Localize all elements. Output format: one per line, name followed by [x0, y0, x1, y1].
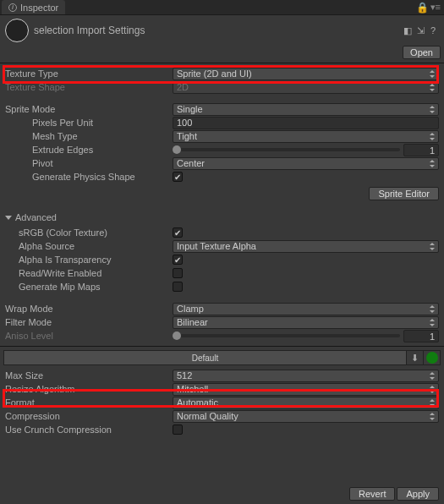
panel-menu-icon[interactable]: ▾≡	[430, 2, 441, 13]
mesh-type-row: Mesh Type Tight	[0, 129, 444, 143]
bundle-icon[interactable]: ⇲	[414, 25, 426, 36]
aniso-value: 1	[403, 330, 439, 342]
revert-button[interactable]: Revert	[349, 487, 395, 501]
format-label: Format	[5, 397, 173, 408]
srgb-label: sRGB (Color Texture)	[19, 227, 173, 238]
wrap-mode-row: Wrap Mode Clamp	[0, 302, 444, 315]
resize-alg-label: Resize Algorithm	[5, 384, 173, 394]
sprite-mode-dropdown[interactable]: Single	[173, 103, 439, 116]
texture-shape-dropdown: 2D	[173, 81, 439, 94]
wrap-mode-label: Wrap Mode	[5, 304, 173, 314]
compression-dropdown[interactable]: Normal Quality	[173, 410, 439, 423]
filter-mode-row: Filter Mode Bilinear	[0, 315, 444, 329]
gen-physics-checkbox[interactable]: ✔	[173, 172, 183, 182]
tab-bar: i Inspector 🔒 ▾≡	[0, 0, 444, 15]
texture-shape-row: Texture Shape 2D	[0, 80, 444, 94]
resize-alg-dropdown[interactable]: Mitchell	[173, 383, 439, 396]
mesh-type-dropdown[interactable]: Tight	[173, 130, 439, 143]
readwrite-checkbox[interactable]	[173, 268, 183, 278]
slider-thumb	[173, 331, 181, 340]
chevron-down-icon	[5, 216, 12, 220]
wrap-mode-dropdown[interactable]: Clamp	[173, 303, 439, 315]
advanced-label: Advanced	[15, 212, 57, 222]
format-dropdown[interactable]: Automatic	[173, 397, 439, 409]
srgb-row: sRGB (Color Texture) ✔	[0, 226, 444, 239]
pivot-label: Pivot	[32, 158, 173, 168]
platform-tabs: Default ⬇	[3, 350, 441, 365]
crunch-checkbox[interactable]	[173, 425, 183, 435]
asset-thumbnail-icon	[5, 19, 29, 42]
download-icon[interactable]: ⬇	[407, 350, 424, 365]
info-icon: i	[8, 3, 17, 12]
alpha-trans-checkbox[interactable]: ✔	[173, 255, 183, 265]
compression-row: Compression Normal Quality	[0, 409, 444, 423]
genmips-label: Generate Mip Maps	[19, 282, 173, 292]
genmips-checkbox[interactable]	[173, 282, 183, 292]
readwrite-label: Read/Write Enabled	[19, 268, 173, 278]
alpha-trans-row: Alpha Is Transparency ✔	[0, 253, 444, 266]
divider	[0, 346, 444, 347]
extrude-edges-label: Extrude Edges	[32, 145, 173, 155]
texture-shape-label: Texture Shape	[5, 82, 173, 92]
srgb-checkbox[interactable]: ✔	[173, 227, 183, 238]
slider-thumb[interactable]	[173, 145, 181, 154]
max-size-row: Max Size 512	[0, 369, 444, 382]
genmips-row: Generate Mip Maps	[0, 280, 444, 293]
max-size-label: Max Size	[5, 370, 173, 381]
extrude-edges-slider[interactable]	[173, 148, 400, 151]
inspector-tab[interactable]: i Inspector	[2, 0, 65, 14]
alpha-source-label: Alpha Source	[19, 241, 173, 251]
mesh-type-label: Mesh Type	[32, 131, 173, 141]
open-button[interactable]: Open	[403, 46, 441, 59]
gen-physics-label: Generate Physics Shape	[32, 172, 173, 182]
footer-buttons: Revert Apply	[349, 487, 439, 501]
sprite-mode-row: Sprite Mode Single	[0, 102, 444, 116]
extrude-edges-value[interactable]: 1	[403, 144, 439, 156]
aniso-row: Aniso Level 1	[0, 329, 444, 342]
filter-mode-label: Filter Mode	[5, 317, 173, 327]
advanced-foldout[interactable]: Advanced	[0, 211, 444, 224]
pixels-per-unit-row: Pixels Per Unit 100	[0, 116, 444, 129]
alpha-source-row: Alpha Source Input Texture Alpha	[0, 239, 444, 253]
prefab-icon[interactable]: ◧	[402, 25, 414, 36]
readwrite-row: Read/Write Enabled	[0, 266, 444, 280]
compression-label: Compression	[5, 411, 173, 421]
platform-default-tab[interactable]: Default	[3, 350, 407, 365]
texture-type-dropdown[interactable]: Sprite (2D and UI)	[173, 68, 439, 80]
sprite-editor-button[interactable]: Sprite Editor	[369, 187, 439, 200]
alpha-source-dropdown[interactable]: Input Texture Alpha	[173, 240, 439, 253]
pivot-dropdown[interactable]: Center	[173, 157, 439, 170]
filter-mode-dropdown[interactable]: Bilinear	[173, 316, 439, 329]
resize-alg-row: Resize Algorithm Mitchell	[0, 382, 444, 396]
pixels-per-unit-input[interactable]: 100	[173, 117, 439, 129]
asset-title: selection Import Settings	[34, 25, 397, 36]
divider	[0, 63, 444, 63]
sprite-mode-label: Sprite Mode	[5, 104, 173, 114]
gen-physics-row: Generate Physics Shape ✔	[0, 170, 444, 184]
tab-title: Inspector	[20, 3, 58, 13]
apply-button[interactable]: Apply	[397, 487, 439, 501]
asset-header: selection Import Settings ◧ ⇲ ?	[0, 15, 444, 46]
texture-type-row: Texture Type Sprite (2D and UI)	[0, 67, 444, 80]
xbox-icon[interactable]	[424, 350, 441, 365]
aniso-label: Aniso Level	[5, 331, 173, 341]
format-row: Format Automatic	[0, 396, 444, 409]
tab-right-controls: 🔒 ▾≡	[416, 0, 444, 14]
texture-type-label: Texture Type	[5, 68, 173, 79]
crunch-row: Use Crunch Compression	[0, 423, 444, 436]
pixels-per-unit-label: Pixels Per Unit	[32, 118, 173, 128]
alpha-trans-label: Alpha Is Transparency	[19, 255, 173, 265]
aniso-slider	[173, 334, 400, 337]
crunch-label: Use Crunch Compression	[5, 425, 173, 435]
max-size-dropdown[interactable]: 512	[173, 370, 439, 382]
help-icon[interactable]: ?	[427, 25, 439, 36]
pivot-row: Pivot Center	[0, 156, 444, 170]
extrude-edges-row: Extrude Edges 1	[0, 143, 444, 156]
lock-icon[interactable]: 🔒	[416, 2, 429, 14]
